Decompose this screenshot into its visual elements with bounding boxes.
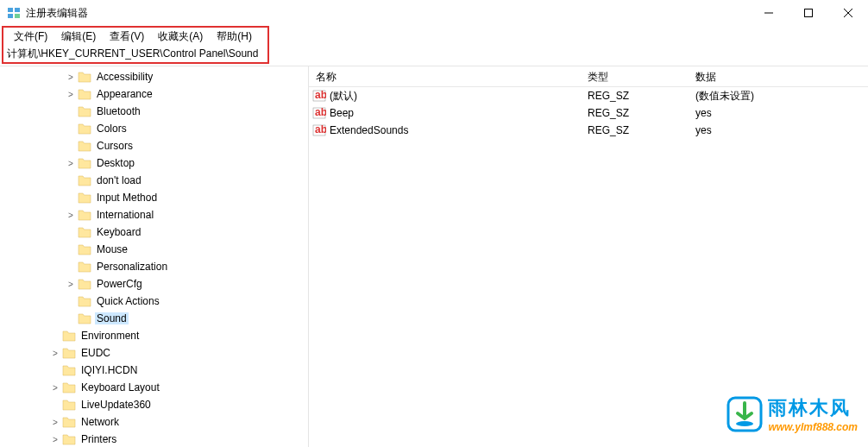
menu-file[interactable]: 文件(F)	[9, 28, 53, 46]
value-data: yes	[689, 107, 868, 119]
tree-item-label: don't load	[95, 174, 143, 186]
svg-text:ab: ab	[315, 106, 326, 118]
tree-item-label: Keyboard	[95, 226, 142, 238]
tree-item[interactable]: >EUDC	[0, 344, 308, 362]
tree-item-label: Accessibility	[95, 71, 154, 83]
menu-favorites[interactable]: 收藏夹(A)	[153, 28, 208, 46]
tree-item[interactable]: Environment	[0, 327, 308, 344]
column-type[interactable]: 类型	[581, 66, 689, 86]
tree-item-label: Bluetooth	[95, 105, 142, 117]
folder-icon	[78, 157, 91, 169]
column-name[interactable]: 名称	[309, 66, 581, 86]
minimize-button[interactable]	[749, 0, 789, 26]
string-value-icon: ab	[312, 123, 326, 137]
tree-item-label: Appearance	[95, 88, 154, 100]
tree-item[interactable]: >Printers	[0, 431, 308, 447]
folder-icon	[78, 88, 91, 100]
svg-rect-5	[805, 9, 813, 17]
values-panel[interactable]: 名称 类型 数据 ab(默认)REG_SZ(数值未设置)abBeepREG_SZ…	[309, 66, 868, 447]
expand-icon[interactable]: >	[64, 90, 78, 99]
tree-item[interactable]: >International	[0, 206, 308, 224]
value-type: REG_SZ	[581, 124, 689, 136]
svg-rect-1	[15, 8, 20, 12]
watermark-logo-icon	[726, 396, 763, 432]
tree-item-label: Input Method	[95, 192, 159, 204]
svg-text:ab: ab	[315, 89, 326, 101]
watermark-url: www.ylmf888.com	[768, 421, 858, 433]
value-row[interactable]: abExtendedSoundsREG_SZyes	[309, 122, 868, 139]
expand-icon[interactable]: >	[64, 280, 78, 289]
folder-icon	[62, 416, 76, 428]
folder-icon	[78, 209, 91, 221]
svg-rect-0	[8, 8, 13, 12]
tree-item-label: PowerCfg	[95, 278, 144, 290]
menu-edit[interactable]: 编辑(E)	[56, 28, 101, 46]
content-area: >Accessibility>AppearanceBluetoothColors…	[0, 66, 868, 447]
watermark: 雨林木风 www.ylmf888.com	[726, 395, 858, 433]
tree-item-label: EUDC	[79, 347, 112, 359]
expand-icon[interactable]: >	[48, 349, 62, 358]
tree-item-label: Personalization	[95, 261, 169, 273]
value-name: (默认)	[330, 89, 357, 104]
address-path: 计算机\HKEY_CURRENT_USER\Control Panel\Soun…	[7, 47, 264, 61]
tree-item[interactable]: Personalization	[0, 258, 308, 275]
folder-icon	[78, 295, 91, 307]
tree-item[interactable]: Input Method	[0, 189, 308, 206]
maximize-button[interactable]	[789, 0, 828, 26]
folder-icon	[78, 261, 91, 273]
tree-item[interactable]: Sound	[0, 310, 308, 327]
string-value-icon: ab	[312, 89, 326, 103]
expand-icon[interactable]: >	[48, 435, 62, 444]
menu-help[interactable]: 帮助(H)	[211, 28, 257, 46]
menu-bar: 文件(F) 编辑(E) 查看(V) 收藏夹(A) 帮助(H)	[2, 26, 269, 45]
tree-item[interactable]: >Appearance	[0, 85, 308, 103]
expand-icon[interactable]: >	[64, 211, 78, 220]
string-value-icon: ab	[312, 106, 326, 120]
folder-icon	[62, 364, 76, 376]
tree-item[interactable]: Mouse	[0, 241, 308, 258]
expand-icon[interactable]: >	[48, 418, 62, 427]
folder-icon	[78, 123, 91, 135]
tree-item[interactable]: IQIYI.HCDN	[0, 362, 308, 379]
tree-item[interactable]: >Accessibility	[0, 68, 308, 85]
tree-item[interactable]: Bluetooth	[0, 103, 308, 120]
tree-item-label: Desktop	[95, 157, 136, 169]
tree-item[interactable]: LiveUpdate360	[0, 396, 308, 413]
value-type: REG_SZ	[581, 90, 689, 102]
folder-icon	[78, 243, 91, 255]
tree-item[interactable]: >Keyboard Layout	[0, 379, 308, 396]
value-name: ExtendedSounds	[330, 124, 408, 136]
value-row[interactable]: abBeepREG_SZyes	[309, 104, 868, 122]
tree-item[interactable]: Keyboard	[0, 224, 308, 241]
tree-item[interactable]: >Desktop	[0, 154, 308, 172]
svg-text:ab: ab	[315, 123, 326, 135]
column-data[interactable]: 数据	[689, 66, 868, 86]
address-bar[interactable]: 计算机\HKEY_CURRENT_USER\Control Panel\Soun…	[2, 45, 269, 64]
tree-item-label: Printers	[79, 433, 118, 445]
expand-icon[interactable]: >	[64, 159, 78, 168]
folder-icon	[78, 140, 91, 152]
menu-view[interactable]: 查看(V)	[104, 28, 149, 46]
value-name: Beep	[330, 107, 354, 119]
tree-item-label: Sound	[95, 312, 129, 324]
folder-icon	[62, 330, 76, 342]
tree-item-label: Network	[79, 416, 121, 428]
column-header: 名称 类型 数据	[309, 66, 868, 87]
value-row[interactable]: ab(默认)REG_SZ(数值未设置)	[309, 87, 868, 104]
tree-item[interactable]: Cursors	[0, 137, 308, 154]
tree-item[interactable]: >PowerCfg	[0, 275, 308, 293]
folder-icon	[78, 192, 91, 204]
tree-item[interactable]: >Network	[0, 413, 308, 431]
tree-item[interactable]: don't load	[0, 172, 308, 189]
tree-item[interactable]: Colors	[0, 120, 308, 137]
close-button[interactable]	[828, 0, 868, 26]
folder-icon	[62, 399, 76, 411]
tree-item[interactable]: Quick Actions	[0, 293, 308, 310]
expand-icon[interactable]: >	[64, 72, 78, 82]
tree-panel[interactable]: >Accessibility>AppearanceBluetoothColors…	[0, 66, 309, 447]
value-data: (数值未设置)	[689, 89, 868, 104]
app-icon	[7, 6, 21, 20]
expand-icon[interactable]: >	[48, 383, 62, 393]
tree-item-label: Quick Actions	[95, 295, 161, 307]
svg-point-15	[736, 421, 753, 426]
